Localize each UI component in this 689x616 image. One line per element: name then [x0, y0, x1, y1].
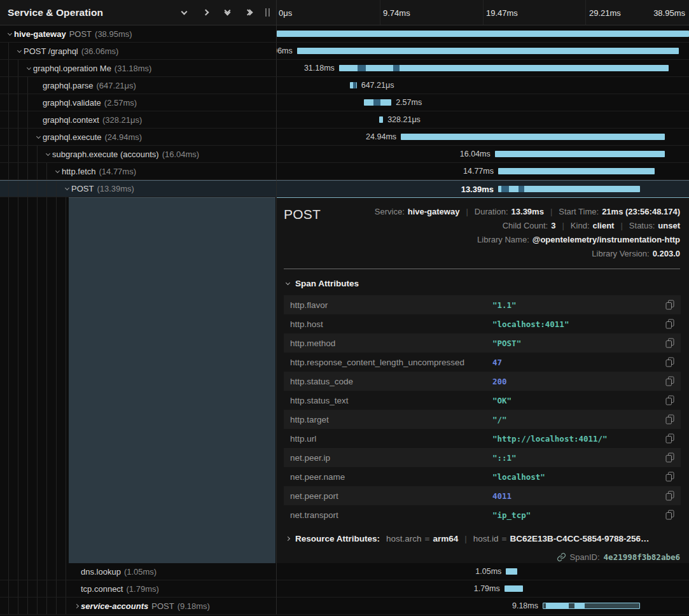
resource-attributes-title: Resource Attributes: [295, 534, 380, 543]
copy-icon[interactable] [665, 472, 674, 482]
attribute-value: "http://localhost:4011/" [492, 434, 659, 444]
span-bar[interactable] [495, 151, 665, 157]
indent-guide [46, 197, 47, 563]
span-row[interactable]: graphql.validate(2.57ms)2.57ms [0, 94, 689, 111]
span-rows-bottom: dns.lookup(1.05ms)1.05mstcp.connect(1.79… [0, 563, 689, 615]
span-bar[interactable] [498, 168, 655, 174]
attribute-row: http.response_content_length_uncompresse… [284, 353, 681, 372]
span-row[interactable]: POST /graphql(36.06ms)36.06ms [0, 43, 689, 60]
meta-value: unset [658, 221, 680, 230]
attribute-row: net.peer.name"localhost" [284, 467, 681, 486]
span-row[interactable]: POST(13.39ms)13.39ms [0, 180, 689, 197]
span-bar[interactable] [297, 48, 679, 54]
span-attributes-toggle[interactable]: Span Attributes [286, 277, 680, 290]
span-row[interactable]: graphql.parse(647.21μs)647.21μs [0, 77, 689, 94]
timeline-tick: 0μs [279, 8, 292, 17]
span-duration-label: 2.57ms [391, 98, 422, 107]
attribute-row: http.flavor"1.1" [284, 295, 681, 314]
span-bar[interactable] [506, 568, 517, 575]
indent-guide [66, 197, 66, 563]
span-bar-child-segment [358, 65, 366, 71]
link-icon[interactable] [557, 552, 566, 562]
span-bar[interactable] [277, 31, 689, 37]
span-name: tcp.connect [81, 584, 123, 594]
span-operation: POST [151, 601, 174, 611]
copy-icon[interactable] [665, 395, 674, 405]
collapse-one-icon[interactable] [180, 8, 188, 18]
attribute-key: net.peer.ip [290, 453, 492, 463]
span-duration: (38.95ms) [95, 29, 132, 39]
attribute-value: "localhost:4011" [492, 319, 659, 329]
span-duration-label: 13.39ms [461, 184, 498, 193]
span-id-label: SpanID: [570, 552, 600, 562]
span-row[interactable]: http.fetch(14.77ms)14.77ms [0, 163, 689, 180]
caret-down-icon[interactable] [5, 33, 14, 35]
copy-icon[interactable] [665, 376, 674, 386]
copy-icon[interactable] [665, 433, 674, 444]
caret-down-icon[interactable] [43, 153, 52, 155]
attribute-key: http.status_text [290, 396, 492, 405]
copy-icon[interactable] [665, 357, 674, 367]
copy-icon[interactable] [665, 491, 674, 501]
span-attributes-table: http.flavor"1.1"http.host"localhost:4011… [284, 295, 681, 524]
indent-guide [27, 197, 28, 563]
span-row[interactable]: graphql.operation Me(31.18ms)31.18ms [0, 60, 689, 77]
span-bar[interactable] [498, 186, 640, 192]
indent-guide [18, 197, 18, 563]
span-bar[interactable] [505, 585, 524, 592]
meta-label: Library Name: [477, 235, 529, 244]
span-meta: Service:hive-gateway|Duration:13.39ms|St… [284, 204, 680, 260]
indent-guide [8, 197, 9, 563]
span-row[interactable]: subgraph.execute (accounts)(16.04ms)16.0… [0, 146, 689, 163]
collapse-all-icon[interactable] [223, 8, 231, 18]
span-tree-cell: tcp.connect(1.79ms) [0, 580, 277, 598]
span-name: subgraph.execute (accounts) [52, 150, 159, 159]
copy-icon[interactable] [665, 510, 674, 520]
copy-icon[interactable] [665, 452, 674, 463]
span-bar[interactable] [543, 603, 640, 609]
span-row[interactable]: service-accountsPOST(9.18ms)9.18ms [0, 598, 689, 615]
caret-down-icon[interactable] [24, 67, 33, 69]
span-bar[interactable] [364, 99, 391, 106]
copy-icon[interactable] [665, 338, 674, 348]
meta-value: 3 [551, 221, 555, 230]
copy-icon[interactable] [665, 319, 674, 329]
indent-guide [37, 197, 38, 563]
span-detail-zone: POST Service:hive-gateway|Duration:13.39… [0, 197, 689, 563]
meta-label: Kind: [571, 221, 590, 230]
copy-icon[interactable] [665, 300, 674, 310]
span-timeline-cell: 36.06ms [277, 43, 689, 60]
span-duration: (16.04ms) [162, 150, 200, 159]
span-tree-cell: graphql.execute(24.94ms) [0, 129, 277, 146]
caret-down-icon[interactable] [62, 188, 71, 190]
meta-divider: | [620, 221, 622, 230]
span-row[interactable]: hive-gatewayPOST(38.95ms)38.95ms [0, 25, 689, 43]
span-bar-child-segment [393, 65, 400, 71]
span-tree-cell: POST /graphql(36.06ms) [0, 43, 277, 60]
expand-one-icon[interactable] [202, 8, 209, 18]
caret-right-icon[interactable] [72, 605, 81, 608]
copy-icon[interactable] [665, 414, 674, 424]
span-row[interactable]: tcp.connect(1.79ms)1.79ms [0, 580, 689, 598]
span-bar[interactable] [401, 134, 665, 140]
expand-all-icon[interactable] [245, 8, 253, 18]
resource-attributes-toggle[interactable]: Resource Attributes: host.arch=arm64|hos… [286, 533, 680, 545]
span-duration: (36.06ms) [81, 46, 119, 56]
header-row: Service & Operation 0μs9.74ms19.47ms29.2… [0, 0, 689, 25]
caret-down-icon[interactable] [15, 50, 24, 52]
caret-down-icon[interactable] [34, 136, 43, 138]
panel-resize-grip[interactable] [265, 8, 270, 17]
span-row[interactable]: graphql.execute(24.94ms)24.94ms [0, 129, 689, 146]
span-row[interactable]: graphql.context(328.21μs)328.21μs [0, 111, 689, 129]
span-detail-left-gutter [0, 197, 277, 563]
attribute-key: http.target [290, 415, 492, 424]
span-detail-left-background [69, 197, 275, 563]
span-bar[interactable] [339, 65, 669, 71]
span-tree-cell: hive-gatewayPOST(38.95ms) [0, 25, 277, 43]
meta-label: Library Version: [592, 249, 649, 258]
span-name: graphql.operation Me [33, 64, 111, 73]
span-bar[interactable] [350, 82, 357, 88]
caret-down-icon[interactable] [53, 171, 62, 172]
span-row[interactable]: dns.lookup(1.05ms)1.05ms [0, 563, 689, 580]
meta-label: Service: [375, 207, 405, 216]
